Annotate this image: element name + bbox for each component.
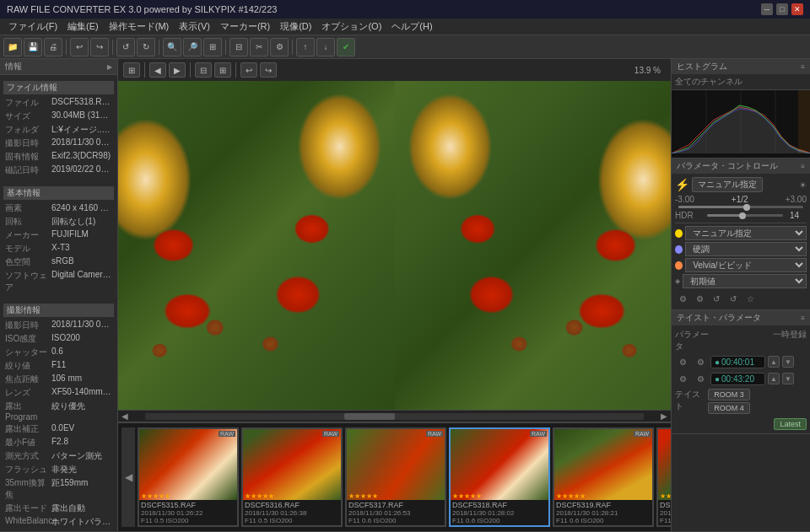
- menu-marker[interactable]: マーカー(R): [215, 20, 275, 33]
- ev-slider[interactable]: [675, 206, 807, 208]
- tb-zoom-in[interactable]: 🔍: [163, 38, 181, 56]
- info-panel-collapse[interactable]: ▶: [107, 63, 112, 71]
- parameter-title: パラメータ・コントロール: [677, 160, 778, 172]
- menu-file[interactable]: ファイル(F): [3, 20, 62, 33]
- param-icon-4[interactable]: ↺: [726, 291, 741, 306]
- param-icon-5[interactable]: ☆: [742, 291, 758, 306]
- horizontal-scrollbar[interactable]: [145, 413, 644, 420]
- ev-track[interactable]: [678, 206, 803, 208]
- tb-save[interactable]: 💾: [24, 38, 42, 56]
- vt-undo[interactable]: ↩: [240, 62, 257, 78]
- info-scroll-area[interactable]: ファイル情報 ファイル DSCF5318.RAF サイズ 30.04MB (31…: [0, 75, 117, 531]
- viewer-scrollbar[interactable]: ◀ ▶: [118, 410, 671, 422]
- colorspace-row: 色空間 sRGB: [3, 255, 114, 269]
- film-info-2: DSCF5317.RAF 2018/11/30 01:26:53 F11 0.6…: [347, 500, 445, 525]
- tb-settings[interactable]: ⚙: [270, 38, 289, 56]
- vt-next[interactable]: ▶: [169, 62, 186, 78]
- tb-redo[interactable]: ↪: [90, 38, 109, 56]
- vt-grid[interactable]: ⊞: [214, 62, 231, 78]
- main-toolbar: 📁 💾 🖨 ↩ ↪ ↺ ↻ 🔍 🔎 ⊞ ⊟ ✂ ⚙ ↑ ↓ ✔: [0, 35, 810, 59]
- tb-crop[interactable]: ✂: [250, 38, 268, 56]
- timer-2-down[interactable]: ▼: [782, 373, 794, 384]
- taste-icon-2b[interactable]: ⚙: [693, 371, 708, 386]
- film-info-4: DSCF5319.RAF 2018/11/30 01:28:21 F11 0.6…: [554, 500, 652, 525]
- taste-icon-2a[interactable]: ⚙: [675, 371, 690, 386]
- close-button[interactable]: ✕: [791, 3, 803, 15]
- filmstrip-nav-left[interactable]: ◀: [122, 427, 135, 527]
- timer-1-up[interactable]: ▲: [768, 356, 780, 368]
- tb-fit[interactable]: ⊞: [203, 38, 222, 56]
- tb-check[interactable]: ✔: [337, 38, 355, 56]
- tb-rotate-l[interactable]: ↺: [116, 38, 135, 56]
- tb-compare[interactable]: ⊟: [230, 38, 248, 56]
- taste-icon-1a[interactable]: ⚙: [675, 354, 690, 369]
- ev-right-label: +3.00: [786, 195, 807, 204]
- tb-undo[interactable]: ↩: [70, 38, 89, 56]
- vt-split[interactable]: ⊟: [195, 62, 212, 78]
- film-item-3[interactable]: ★★★★★ RAW DSCF5318.RAF 2018/11/30 01:28:…: [449, 427, 550, 527]
- film-exp-5: F11 0.6 ISO200: [660, 517, 671, 524]
- image-pane-right[interactable]: [395, 81, 672, 410]
- param-icon-1[interactable]: ⚙: [675, 291, 690, 306]
- tb-zoom-out[interactable]: 🔎: [183, 38, 202, 56]
- tb-arrow-up[interactable]: ↑: [296, 38, 315, 56]
- zoom-level: 13.9 %: [629, 64, 666, 77]
- scroll-thumb[interactable]: [344, 413, 395, 420]
- param-icon-2[interactable]: ⚙: [692, 291, 707, 306]
- vt-sep1: [144, 62, 145, 78]
- title-bar: RAW FILE CONVERTER EX 3.0 powered by SIL…: [0, 0, 810, 19]
- film-exp-4: F11 0.6 ISO200: [556, 517, 651, 524]
- tb-rotate-r[interactable]: ↻: [137, 38, 155, 56]
- timer-2-up[interactable]: ▲: [768, 373, 780, 384]
- vt-redo[interactable]: ↪: [260, 62, 277, 78]
- hdr-slider[interactable]: [704, 214, 786, 217]
- film-item-2[interactable]: ★★★★★ RAW DSCF5317.RAF 2018/11/30 01:26:…: [345, 427, 446, 527]
- tb-print[interactable]: 🖨: [44, 38, 62, 56]
- tb-arrow-down[interactable]: ↓: [316, 38, 335, 56]
- param-icon-3[interactable]: ↺: [709, 291, 724, 306]
- latest-button[interactable]: Latest: [774, 418, 807, 430]
- menu-edit[interactable]: 編集(E): [62, 20, 104, 33]
- param-collapse[interactable]: ≡: [801, 163, 805, 170]
- film-name-4: DSCF5319.RAF: [556, 501, 651, 509]
- taste-icon-1b[interactable]: ⚙: [693, 354, 708, 369]
- maximize-button[interactable]: □: [776, 3, 788, 15]
- menu-operation[interactable]: 操作モード(M): [104, 20, 175, 33]
- color-select[interactable]: 硬調: [685, 242, 807, 256]
- param-mode-button[interactable]: マニュアル指定: [692, 177, 763, 192]
- main-area: 情報 ▶ ファイル情報 ファイル DSCF5318.RAF サイズ 30.04M…: [0, 59, 810, 531]
- film-item-5[interactable]: ★★★★★ RAW DSCF5320.RAF 2018/11/30 01:29:…: [656, 427, 671, 527]
- sharp-icon: ◈: [675, 277, 680, 285]
- sharp-select[interactable]: 初期値: [683, 274, 807, 288]
- minimize-button[interactable]: ─: [761, 3, 773, 15]
- wb-select[interactable]: マニュアル指定: [685, 226, 807, 240]
- exif-label: 固有情報: [5, 151, 51, 163]
- taste-collapse[interactable]: ≡: [801, 314, 805, 322]
- exp-program-row: 露出Program 絞り優先: [3, 400, 114, 422]
- menu-help[interactable]: ヘルプ(H): [386, 20, 437, 33]
- taste-timer2-row: ⚙ ⚙ ● 00:43:20 ▲ ▼: [675, 371, 807, 386]
- vt-fullscreen[interactable]: ⊞: [123, 62, 140, 78]
- sharp-row: ◈ 初期値: [675, 274, 807, 288]
- film-raw-0: RAW: [219, 431, 235, 437]
- film-date-5: 2018/11/30 01:29:16: [660, 509, 671, 517]
- film-select[interactable]: Velvia/ビビッド: [685, 258, 807, 272]
- timer-1-down[interactable]: ▼: [782, 356, 794, 368]
- menu-develop[interactable]: 現像(D): [275, 20, 316, 33]
- tb-open[interactable]: 📁: [3, 38, 22, 56]
- vt-prev[interactable]: ◀: [149, 62, 166, 78]
- film-info-0: DSCF5315.RAF 2018/11/30 01:26:22 F11 0.5…: [139, 500, 237, 525]
- menu-view[interactable]: 表示(V): [174, 20, 215, 33]
- ev-thumb[interactable]: [743, 204, 750, 211]
- room-4-button[interactable]: ROOM 4: [708, 402, 750, 414]
- histogram-collapse[interactable]: ≡: [801, 63, 805, 71]
- hdr-thumb[interactable]: [739, 212, 746, 219]
- room-3-button[interactable]: ROOM 3: [708, 389, 750, 400]
- menu-options[interactable]: オプション(O): [316, 20, 386, 33]
- film-item-1[interactable]: ★★★★★ RAW DSCF5316.RAF 2018/11/30 01:26:…: [241, 427, 343, 527]
- image-pane-left[interactable]: [118, 81, 395, 410]
- app-title: RAW FILE CONVERTER EX 3.0 powered by SIL…: [7, 4, 277, 14]
- film-item-4[interactable]: ★★★★★ RAW DSCF5319.RAF 2018/11/30 01:28:…: [553, 427, 654, 527]
- film-item-0[interactable]: ★★★★★ RAW DSCF5315.RAF 2018/11/30 01:26:…: [138, 427, 239, 527]
- hdr-track[interactable]: [707, 214, 783, 217]
